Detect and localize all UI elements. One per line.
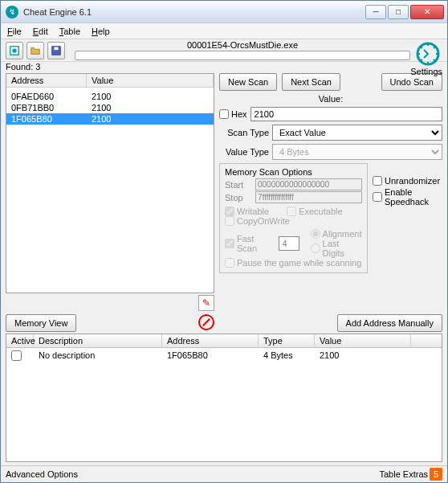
pause-game-checkbox[interactable]: Pause the game while scanning <box>225 258 361 268</box>
advanced-options-button[interactable]: Advanced Options <box>6 469 78 479</box>
new-scan-button[interactable]: New Scan <box>219 73 277 91</box>
open-file-button[interactable] <box>26 42 44 59</box>
alignment-radio[interactable]: Alignment <box>311 229 362 239</box>
open-process-button[interactable] <box>6 42 23 59</box>
writable-checkbox[interactable]: Writable <box>225 207 269 216</box>
menu-help[interactable]: Help <box>92 27 110 36</box>
menubar: File Edit Table Help <box>1 23 447 39</box>
fast-scan-checkbox[interactable]: Fast Scan <box>225 234 275 253</box>
table-extras-button[interactable]: Table Extras <box>379 469 428 479</box>
header-value: Value <box>87 74 214 87</box>
scan-type-label: Scan Type <box>219 128 269 137</box>
settings-button[interactable] <box>415 41 441 67</box>
value-type-label: Value Type <box>219 147 269 157</box>
header-address: Address <box>6 74 87 87</box>
reset-icon[interactable] <box>198 314 214 330</box>
executable-checkbox[interactable]: Executable <box>287 207 342 216</box>
menu-table[interactable]: Table <box>59 27 80 36</box>
active-checkbox[interactable] <box>11 350 22 361</box>
scan-results-list[interactable]: Address Value 0FAED660 2100 0FB71BB0 210… <box>6 73 214 293</box>
menu-file[interactable]: File <box>7 27 22 36</box>
memory-view-button[interactable]: Memory View <box>6 314 76 332</box>
next-scan-button[interactable]: Next Scan <box>282 73 340 91</box>
result-row[interactable]: 1F065B80 2100 <box>6 113 214 125</box>
start-address-input[interactable] <box>255 178 362 190</box>
result-row[interactable]: 0FAED660 2100 <box>6 91 214 102</box>
enable-speedhack-checkbox[interactable]: Enable Speedhack <box>373 187 442 207</box>
stop-address-input[interactable] <box>255 191 362 203</box>
address-table[interactable]: Active Description Address Type Value No… <box>6 334 442 462</box>
titlebar: ↯ Cheat Engine 6.1 ─ □ ✕ <box>1 1 447 23</box>
fast-scan-value[interactable] <box>279 236 299 251</box>
svg-point-1 <box>12 48 16 52</box>
save-button[interactable] <box>47 42 65 59</box>
app-icon: ↯ <box>6 6 18 18</box>
add-address-manually-button[interactable]: Add Address Manually <box>337 314 442 332</box>
close-button[interactable]: ✕ <box>410 5 444 19</box>
process-name: 00001E54-OrcsMustDie.exe <box>75 40 410 50</box>
menu-edit[interactable]: Edit <box>33 27 48 36</box>
memory-scan-options-title: Memory Scan Options <box>225 167 362 177</box>
svg-rect-3 <box>54 47 58 50</box>
found-count: Found: 3 <box>1 62 447 72</box>
window-title: Cheat Engine 6.1 <box>23 7 92 17</box>
hex-checkbox[interactable]: Hex <box>219 109 247 119</box>
settings-label: Settings <box>410 67 442 76</box>
value-input[interactable] <box>250 107 442 121</box>
maximize-button[interactable]: □ <box>388 5 409 19</box>
results-header: Address Value <box>6 74 214 88</box>
table-extras-icon[interactable]: 5 <box>430 468 442 481</box>
address-table-header: Active Description Address Type Value <box>6 334 442 348</box>
scan-type-select[interactable]: Exact Value <box>272 125 442 141</box>
unrandomizer-checkbox[interactable]: Unrandomizer <box>373 176 442 186</box>
value-label: Value: <box>319 94 343 104</box>
minimize-button[interactable]: ─ <box>365 5 386 19</box>
progress-bar <box>75 51 410 60</box>
toolbar: 00001E54-OrcsMustDie.exe <box>1 39 447 62</box>
last-digits-radio[interactable]: Last Digits <box>311 239 362 258</box>
copyonwrite-checkbox[interactable]: CopyOnWrite <box>225 216 290 226</box>
add-to-list-button[interactable] <box>198 295 214 311</box>
result-row[interactable]: 0FB71BB0 2100 <box>6 102 214 113</box>
table-row[interactable]: No description 1F065B80 4 Bytes 2100 <box>6 348 442 363</box>
value-type-select[interactable]: 4 Bytes <box>272 144 442 160</box>
